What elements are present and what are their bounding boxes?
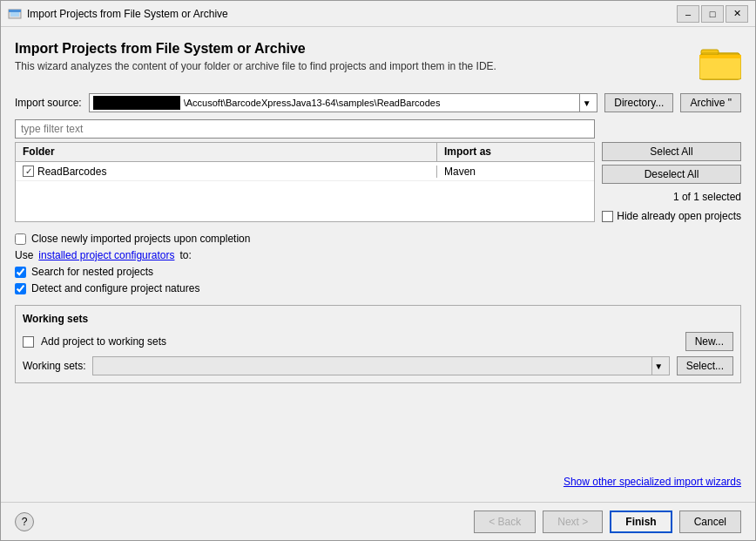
- search-nested-row: Search for nested projects: [15, 266, 741, 278]
- next-button[interactable]: Next >: [543, 511, 603, 533]
- minimize-button[interactable]: –: [677, 5, 699, 23]
- add-working-sets-row: Add project to working sets New...: [23, 332, 733, 351]
- archive-button[interactable]: Archive ": [680, 93, 741, 112]
- detect-natures-row: Detect and configure project natures: [15, 282, 741, 294]
- maximize-button[interactable]: □: [701, 5, 724, 23]
- import-source-path: \Accusoft\BarcodeXpressJava13-64\samples…: [184, 98, 441, 108]
- combo-dropdown-arrow[interactable]: ▼: [579, 93, 593, 112]
- new-working-set-button[interactable]: New...: [685, 332, 733, 351]
- dialog-title: Import Projects from File System or Arch…: [15, 41, 689, 57]
- header-section: Import Projects from File System or Arch…: [15, 41, 741, 83]
- main-content: Import Projects from File System or Arch…: [1, 27, 755, 502]
- finish-button[interactable]: Finish: [610, 511, 672, 533]
- title-bar: Import Projects from File System or Arch…: [1, 1, 755, 27]
- select-working-set-button[interactable]: Select...: [677, 356, 733, 375]
- table-header: Folder Import as: [16, 143, 594, 162]
- options-section: Close newly imported projects upon compl…: [15, 233, 741, 294]
- detect-natures-checkbox[interactable]: [15, 283, 26, 294]
- use-configurators-row: Use installed project configurators to:: [15, 249, 741, 261]
- hide-open-row: Hide already open projects: [602, 210, 741, 222]
- row-checkbox[interactable]: [23, 166, 34, 177]
- import-source-inner: \Accusoft\BarcodeXpressJava13-64\samples…: [93, 96, 580, 110]
- project-name: ReadBarcodes: [37, 166, 106, 178]
- dialog-footer: ? < Back Next > Finish Cancel: [1, 502, 755, 540]
- show-wizard-link[interactable]: Show other specialized import wizards: [15, 469, 741, 488]
- dialog-subtitle: This wizard analyzes the content of your…: [15, 60, 689, 72]
- use-suffix: to:: [179, 249, 191, 261]
- combo-redacted-box: [93, 96, 180, 110]
- show-wizard-text: Show other specialized import wizards: [564, 476, 741, 488]
- projects-table: Folder Import as ReadBarcodes Maven: [15, 142, 595, 222]
- close-imported-label: Close newly imported projects upon compl…: [31, 233, 250, 245]
- cancel-button[interactable]: Cancel: [679, 511, 741, 533]
- filter-input[interactable]: [15, 119, 595, 139]
- use-label: Use: [15, 249, 33, 261]
- header-text: Import Projects from File System or Arch…: [15, 41, 689, 72]
- import-source-row: Import source: \Accusoft\BarcodeXpressJa…: [15, 93, 741, 112]
- window-title: Import Projects from File System or Arch…: [27, 8, 677, 20]
- working-sets-label: Working sets:: [23, 360, 85, 372]
- add-working-sets-label: Add project to working sets: [41, 335, 678, 348]
- working-sets-label-row: Working sets: ▼ Select...: [23, 356, 733, 375]
- svg-rect-6: [699, 55, 741, 79]
- deselect-all-button[interactable]: Deselect All: [602, 165, 741, 184]
- svg-rect-2: [9, 10, 21, 12]
- close-imported-row: Close newly imported projects upon compl…: [15, 233, 741, 245]
- close-imported-checkbox[interactable]: [15, 233, 26, 245]
- table-cell-folder: ReadBarcodes: [16, 166, 437, 178]
- back-button[interactable]: < Back: [474, 511, 536, 533]
- search-nested-label: Search for nested projects: [31, 266, 153, 278]
- working-sets-legend: Working sets: [23, 313, 733, 325]
- folder-icon: [699, 41, 741, 83]
- hide-open-label: Hide already open projects: [617, 210, 741, 222]
- select-all-button[interactable]: Select All: [602, 142, 741, 161]
- filter-row: [15, 119, 741, 139]
- help-button[interactable]: ?: [15, 512, 34, 531]
- installed-configurators-link[interactable]: installed project configurators: [38, 249, 174, 261]
- close-button[interactable]: ✕: [726, 5, 748, 23]
- svg-rect-4: [701, 50, 719, 55]
- working-sets-combo-arrow[interactable]: ▼: [651, 356, 665, 375]
- import-source-combo[interactable]: \Accusoft\BarcodeXpressJava13-64\samples…: [89, 93, 598, 112]
- selection-info: 1 of 1 selected: [602, 191, 741, 203]
- add-working-sets-checkbox[interactable]: [23, 336, 34, 348]
- hide-open-checkbox[interactable]: [602, 211, 613, 222]
- window-controls: – □ ✕: [677, 5, 748, 23]
- table-row[interactable]: ReadBarcodes Maven: [16, 162, 594, 181]
- main-window: Import Projects from File System or Arch…: [0, 0, 756, 541]
- side-buttons: Select All Deselect All 1 of 1 selected …: [602, 142, 741, 222]
- import-source-label: Import source:: [15, 97, 82, 109]
- table-cell-import: Maven: [437, 166, 594, 178]
- svg-rect-7: [699, 55, 741, 58]
- detect-natures-label: Detect and configure project natures: [31, 282, 199, 294]
- directory-button[interactable]: Directory...: [604, 93, 673, 112]
- table-section: Folder Import as ReadBarcodes Maven Sele…: [15, 142, 741, 222]
- working-sets-combo[interactable]: ▼: [92, 356, 669, 375]
- col-folder-header: Folder: [16, 143, 437, 161]
- col-import-header: Import as: [437, 143, 594, 161]
- working-sets-group: Working sets Add project to working sets…: [15, 305, 741, 383]
- window-icon: [8, 7, 22, 21]
- search-nested-checkbox[interactable]: [15, 267, 26, 278]
